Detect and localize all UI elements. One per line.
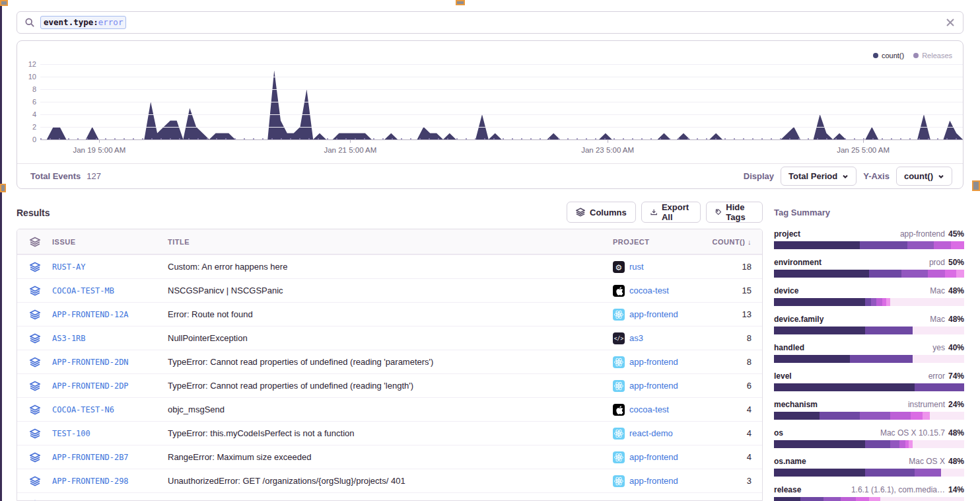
y-tick-label: 12 [17,60,36,68]
tag-distribution-bar[interactable] [774,327,964,334]
column-header-issue[interactable]: ISSUE [52,238,168,246]
issue-link[interactable]: COCOA-TEST-N6 [52,405,168,414]
project-cell: cocoa-test [613,285,712,297]
count-value: 4 [712,428,762,438]
tag-distribution-bar[interactable] [774,298,964,306]
export-all-button[interactable]: Export All [641,202,701,223]
tag-bar-segment [871,298,877,306]
project-link[interactable]: app-frontend [629,309,678,319]
y-tick-label: 0 [17,135,36,143]
gridline [40,89,963,90]
tag-distribution-bar[interactable] [774,241,964,249]
tag-bar-segment [774,497,800,501]
legend-item-count[interactable]: count() [873,52,904,59]
project-icon-code: </> [613,332,625,344]
display-select[interactable]: Total Period [781,167,857,186]
tag-row-header: os.nameMac OS X48% [774,457,964,466]
legend-label: Releases [922,52,952,59]
issue-stack-icon [30,309,40,320]
tag-distribution-bar[interactable] [774,383,964,391]
tag-name: release [774,485,801,494]
issue-title: NullPointerException [168,333,613,343]
x-tick-label: Jan 19 5:00 AM [73,146,125,154]
project-link[interactable]: app-frontend [629,357,678,367]
issue-link[interactable]: TEST-100 [52,429,168,438]
issue-link[interactable]: APP-FRONTEND-2DP [52,381,168,391]
column-header-count[interactable]: COUNT() ↓ [712,238,762,246]
tag-distribution-bar[interactable] [774,469,964,477]
gridline [40,77,963,77]
project-link[interactable]: rust [629,262,644,272]
issue-title: objc_msgSend [168,405,613,414]
tag-top-value: 1.6.1 (1.6.1), com.media… [851,485,945,494]
tag-row-header: handledyes40% [774,343,964,352]
issue-link[interactable]: APP-FRONTEND-2B7 [52,453,168,462]
project-link[interactable]: app-frontend [629,381,678,391]
tag-top-value: Mac [930,286,945,295]
tag-bar-segment [823,497,841,501]
legend-item-releases[interactable]: Releases [913,52,952,59]
tag-distribution-bar[interactable] [774,497,964,501]
tag-row-header: deviceMac48% [774,286,964,295]
tag-bar-segment [774,412,820,420]
tag-name: os [774,428,783,438]
total-events-value: 127 [87,171,101,181]
tag-summary-heading: Tag Summary [774,208,964,217]
display-select-value: Total Period [788,171,837,181]
search-query-token[interactable]: event.type:error [40,16,126,29]
close-icon[interactable] [946,18,955,27]
issue-link[interactable]: AS3-1RB [52,334,168,343]
table-header-row: ISSUETITLEPROJECTCOUNT() ↓ [17,229,762,254]
issue-link[interactable]: RUST-AY [52,262,168,272]
table-row: RUST-AYCustom: An error happens here⚙rus… [17,254,762,278]
tag-bar-segment [890,440,899,448]
project-link[interactable]: as3 [629,333,643,343]
column-header-project[interactable]: PROJECT [613,238,712,246]
tag-name: environment [774,258,822,267]
tag-distribution-bar[interactable] [774,440,964,448]
tag-bar-segment [774,298,865,306]
issue-title: TypeError: Cannot read properties of und… [168,381,613,391]
hide-tags-button[interactable]: Hide Tags [706,202,763,223]
tag-row-header: device.familyMac48% [774,315,964,324]
issue-icon-cell [17,286,52,296]
annotation-handle [0,0,8,6]
tag-distribution-bar[interactable] [774,270,964,278]
yaxis-select[interactable]: count() [896,167,952,186]
tag-top-value: yes [932,343,945,352]
issue-link[interactable]: APP-FRONTEND-12A [52,310,168,319]
table-row: APP-FRONTEND-12AError: Route not foundap… [17,302,762,326]
x-tick-label: Jan 21 5:00 AM [324,146,376,154]
search-bar[interactable]: event.type:error [17,11,963,34]
chevron-down-icon [938,173,944,180]
issue-link[interactable]: APP-FRONTEND-298 [52,477,168,486]
tag-distribution-bar[interactable] [774,412,964,420]
search-token-key: event.type: [44,17,98,27]
tag-distribution-bar[interactable] [774,355,964,363]
tag-row-header: osMac OS X 10.15.748% [774,428,964,438]
tag-bar-segment [930,412,964,420]
gridline [40,64,963,65]
tag-bar-segment [880,497,964,501]
project-link[interactable]: react-demo [629,428,673,438]
project-link[interactable]: app-frontend [629,476,678,486]
tag-bar-segment [774,355,850,363]
tag-row-header: projectapp-frontend45% [774,229,964,239]
events-area-chart[interactable]: Jan 19 5:00 AMJan 21 5:00 AMJan 23 5:00 … [40,64,963,139]
issue-link[interactable]: COCOA-TEST-MB [52,286,168,295]
issue-link[interactable]: APP-FRONTEND-2DN [52,358,168,367]
tag-name: mechanism [774,400,818,409]
count-value: 13 [712,309,762,319]
project-link[interactable]: cocoa-test [629,286,669,295]
project-link[interactable]: cocoa-test [629,405,669,414]
tag-top-percent: 45% [948,229,964,239]
chart-legend: count()Releases [873,52,952,59]
project-icon-react [613,380,625,392]
project-link[interactable]: app-frontend [629,452,678,462]
gridline [40,102,963,102]
column-header-title[interactable]: TITLE [168,238,613,246]
issue-icon-cell [17,357,52,367]
issue-stack-icon [30,452,40,463]
header-layers-cell[interactable] [17,237,52,247]
columns-button[interactable]: Columns [567,202,636,223]
